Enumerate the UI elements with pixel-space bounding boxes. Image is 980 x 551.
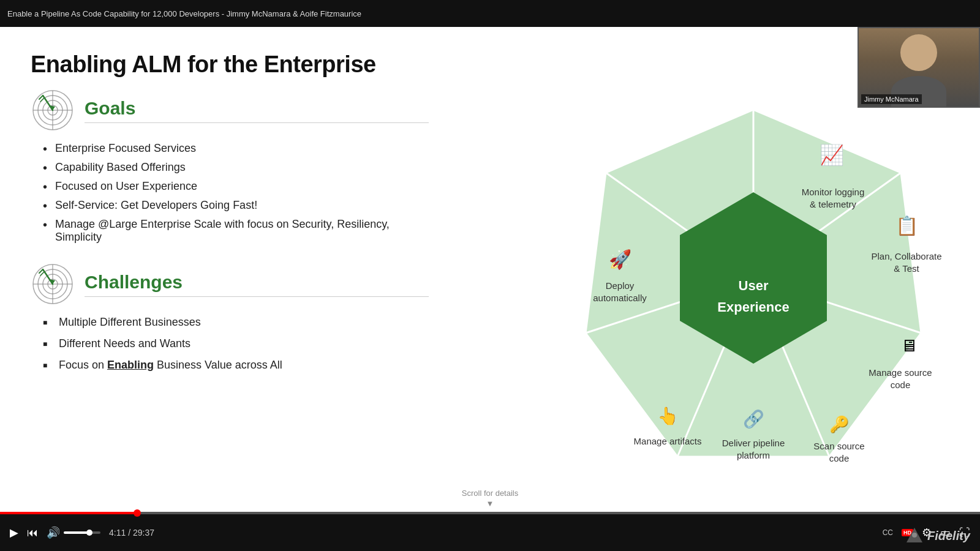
svg-point-30 (912, 533, 917, 538)
challenges-target-icon (31, 262, 75, 306)
cc-button[interactable]: CC (883, 528, 893, 537)
alm-diagram: User Experience 📈 Monitor logging & tele… (545, 70, 962, 486)
volume-bar[interactable] (64, 531, 100, 534)
deploy-icon: 🚀 (609, 249, 632, 271)
monitor-icon: 📈 (820, 143, 844, 167)
slide-content: Enabling ALM for the Enterprise (0, 27, 980, 514)
video-person-label: Jimmy McNamara (861, 94, 922, 104)
diagram-center-label1: User (739, 278, 769, 293)
progress-bar-fill (0, 512, 137, 514)
top-bar: Enable a Pipeline As Code Capability for… (0, 0, 980, 27)
volume-dot (86, 530, 92, 536)
scan-label-1: Scan source (813, 441, 864, 451)
deliver-label-1: Deliver pipeline (722, 438, 785, 448)
deliver-label-2: platform (737, 450, 770, 460)
slide-area: Enabling ALM for the Enterprise (0, 27, 980, 514)
video-title: Enable a Pipeline As Code Capability for… (7, 9, 361, 18)
fidelity-text: Fidelity (927, 529, 970, 543)
plan-icon: 📋 (895, 215, 919, 237)
scan-icon: 🔑 (829, 414, 850, 434)
monitor-label-2: & telemetry (810, 199, 856, 209)
plan-label-1: Plan, Collaborate (871, 251, 941, 261)
goal-item-2: Capability Based Offerings (43, 161, 429, 174)
progress-dot (134, 509, 141, 517)
goal-item-4: Self-Service: Get Developers Going Fast! (43, 199, 429, 212)
svg-line-9 (40, 98, 44, 102)
challenges-list: Multiple Different Businesses Different … (31, 316, 429, 372)
goal-item-5: Manage @Large Enterprise Scale with focu… (43, 218, 429, 244)
controls-bar: ▶ ⏮ 🔊 4:11 / 29:37 CC HD ⚙ ▭ ⛶ Fidelity (0, 514, 980, 551)
time-display: 4:11 / 29:37 (109, 528, 154, 538)
source-label-1: Manage source (869, 367, 932, 378)
challenges-title: Challenges (85, 272, 429, 297)
goals-title: Goals (85, 98, 429, 123)
person-head (900, 34, 937, 71)
volume-button[interactable]: 🔊 (47, 526, 60, 539)
challenges-header: Challenges (31, 262, 429, 306)
goals-list: Enterprise Focused Services Capability B… (31, 142, 429, 244)
scroll-hint: Scroll for details ▼ (462, 489, 518, 508)
progress-bar-container[interactable] (0, 512, 980, 514)
play-button[interactable]: ▶ (10, 526, 18, 539)
goals-target-icon (31, 88, 75, 132)
deliver-icon: 🔗 (743, 409, 764, 429)
goal-item-3: Focused on User Experience (43, 180, 429, 193)
svg-line-19 (40, 272, 44, 276)
goal-item-1: Enterprise Focused Services (43, 142, 429, 155)
challenge-item-3: Focus on Enabling Business Value across … (43, 359, 429, 372)
artifacts-icon: 👆 (657, 406, 679, 426)
source-label-2: code (891, 380, 911, 390)
plan-label-2: & Test (894, 263, 919, 274)
volume-container: 🔊 (47, 526, 100, 539)
deploy-label-2: automatically (593, 293, 647, 303)
fidelity-logo: Fidelity (905, 527, 970, 545)
deploy-label-1: Deploy (606, 280, 635, 291)
skip-back-button[interactable]: ⏮ (27, 527, 38, 539)
diagram-container: User Experience 📈 Monitor logging & tele… (545, 70, 962, 486)
artifacts-label: Manage artifacts (634, 436, 702, 446)
volume-fill (64, 531, 89, 534)
source-icon: 🖥 (900, 336, 918, 355)
monitor-label-1: Monitor logging (802, 187, 865, 197)
challenge-item-1: Multiple Different Businesses (43, 316, 429, 329)
fidelity-icon (905, 527, 924, 545)
challenge-item-2: Different Needs and Wants (43, 337, 429, 350)
scan-label-2: code (829, 453, 850, 463)
goals-header: Goals (31, 88, 429, 132)
video-overlay: Jimmy McNamara (858, 27, 980, 108)
left-column: Goals Enterprise Focused Services Capabi… (31, 88, 429, 380)
diagram-center-label2: Experience (717, 299, 789, 315)
